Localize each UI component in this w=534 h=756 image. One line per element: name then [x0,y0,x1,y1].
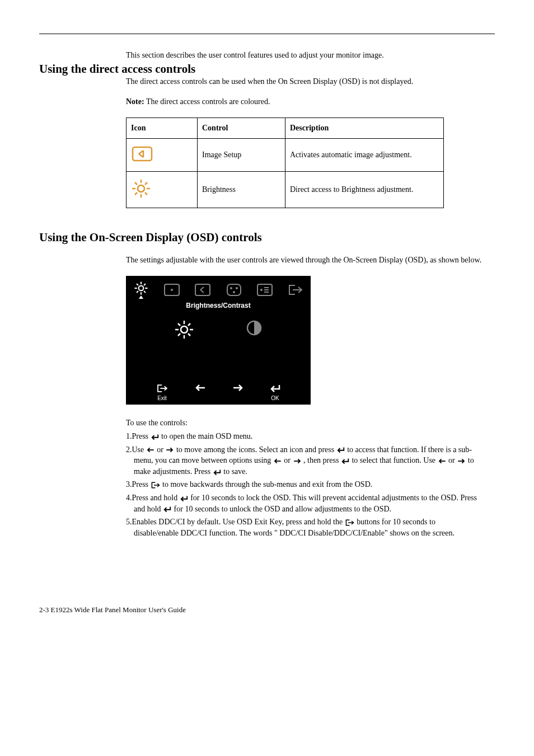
svg-rect-0 [133,147,152,161]
heading-direct-controls: Using the direct access controls [39,62,495,76]
svg-point-10 [139,286,144,291]
arrow-left-icon [146,447,155,453]
arrow-left-icon [438,458,447,464]
osd-btn-ok: OK [270,384,281,401]
table-row: Brightness Direct access to Brightness a… [127,172,444,208]
brightness-icon [131,179,151,199]
arrow-left-icon [273,458,282,464]
svg-point-27 [260,289,263,291]
osd-bottom-bar: Exit OK [126,384,311,401]
osd-tab-brightness [128,280,154,299]
tab-selected-indicator-icon [139,295,143,299]
step-1: 1.Press to open the main OSD menu. [126,431,478,442]
svg-point-1 [138,185,144,192]
step-3: 3.Press to move backwards through the su… [126,479,478,490]
svg-rect-22 [227,284,241,295]
th-icon: Icon [127,118,198,139]
position-icon [163,283,180,297]
exit-icon [287,284,304,296]
options-icon [256,283,273,297]
osd-tab-options [252,280,278,299]
enter-icon [341,458,350,464]
arrow-right-icon [293,458,302,464]
instructions-intro: To use the controls: [126,419,478,428]
svg-line-40 [188,323,190,326]
svg-line-38 [188,334,190,336]
osd-tab-color [221,280,247,299]
arrow-left-icon [195,384,206,392]
note-text: The direct access controls are coloured. [144,97,270,106]
contrast-icon [246,320,263,336]
cell-control: Brightness [198,172,285,208]
svg-line-39 [178,334,180,336]
exit-icon [345,519,355,527]
step-5: 5.Enables DDC/CI by default. Use OSD Exi… [126,516,478,538]
instructions-block: To use the controls: 1.Press to open the… [126,419,478,538]
cell-desc: Activates automatic image adjustment. [285,139,444,172]
brightness-icon [174,320,194,340]
svg-point-20 [171,289,173,291]
svg-line-37 [178,323,180,326]
enter-icon [163,506,172,513]
enter-icon [270,384,281,393]
cell-desc: Direct access to Brightness adjustment. [285,172,444,208]
svg-line-16 [144,291,146,293]
svg-line-18 [144,284,146,285]
exit-icon [156,384,168,393]
svg-line-7 [145,192,147,195]
step-4: 4.Press and hold for 10 seconds to lock … [126,492,478,514]
heading-osd-controls: Using the On-Screen Display (OSD) contro… [39,231,495,245]
svg-point-24 [236,287,238,289]
direct-p1: The direct access controls can be used w… [126,77,495,86]
osd-tab-position [159,280,185,299]
table-header-row: Icon Control Description [127,118,444,139]
svg-line-9 [145,182,147,185]
cell-control: Image Setup [198,139,285,172]
enter-icon [151,434,160,440]
svg-rect-21 [195,284,210,295]
top-rule [39,34,495,34]
svg-point-32 [181,326,188,333]
osd-exit-label: Exit [156,395,168,401]
arrow-right-icon [232,384,243,392]
svg-line-8 [135,192,137,195]
page-footer: 2-3 E1922s Wide Flat Panel Monitor User'… [39,605,495,614]
th-control: Control [198,118,285,139]
enter-icon [213,469,222,476]
osd-title: Brightness/Contrast [126,302,311,309]
exit-icon [151,481,161,489]
svg-line-17 [137,291,138,293]
cell-icon-brightness [127,172,198,208]
arrow-right-icon [457,458,466,464]
th-description: Description [285,118,444,139]
svg-line-6 [135,182,137,185]
image-setup-icon [194,283,211,297]
osd-btn-right [232,384,243,401]
note-prefix: Note: [126,97,144,106]
svg-point-23 [230,287,232,289]
image-setup-icon [131,145,153,162]
table-row: Image Setup Activates automatic image ad… [127,139,444,172]
color-icon [226,283,242,297]
enter-icon [336,447,345,453]
osd-body [126,309,311,350]
osd-tab-exit [283,280,308,299]
direct-note: Note: The direct access controls are col… [126,97,495,106]
cell-icon-image-setup [127,139,198,172]
step-2: 2.Use or to move among the icons. Select… [126,444,478,477]
osd-panel: Brightness/Contrast Exit [126,276,311,405]
osd-tab-strip [126,276,311,299]
controls-table: Icon Control Description Image Setup Act… [126,118,444,208]
enter-icon [180,495,189,502]
osd-tab-image-setup [190,280,216,299]
osd-btn-left [195,384,206,401]
svg-point-25 [233,291,235,293]
osd-btn-exit: Exit [156,384,168,401]
osd-p1: The settings adjustable with the user co… [126,256,495,265]
osd-ok-label: OK [270,395,281,401]
brightness-icon [134,281,148,295]
svg-line-15 [137,284,138,285]
arrow-right-icon [165,447,174,453]
section-intro: This section describes the user control … [126,51,495,60]
